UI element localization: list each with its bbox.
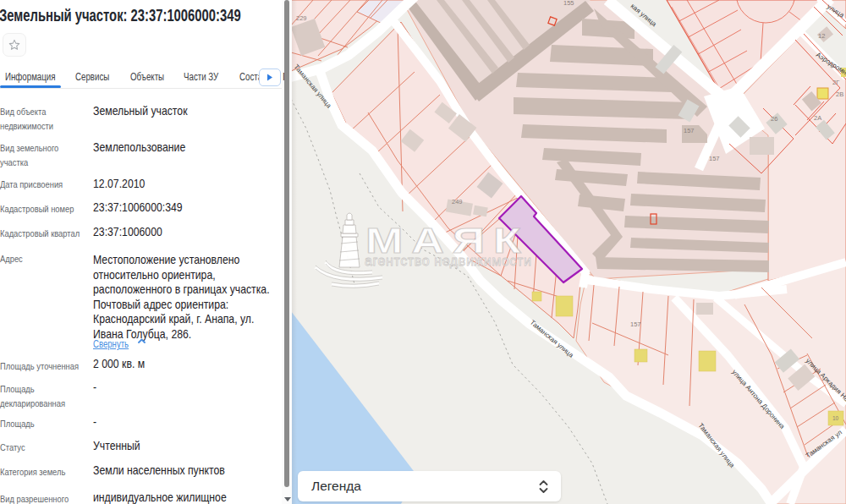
svg-text:26: 26 [771,115,777,123]
svg-text:2Г: 2Г [832,79,839,86]
svg-text:10: 10 [832,415,839,421]
svg-text:2В: 2В [836,90,843,98]
svg-text:157: 157 [709,155,720,162]
svg-text:249: 249 [452,198,463,205]
svg-text:157: 157 [630,320,641,328]
svg-text:157: 157 [684,127,695,134]
svg-text:155: 155 [563,0,574,7]
svg-text:12: 12 [818,32,825,40]
svg-text:229: 229 [296,14,307,22]
svg-text:2А: 2А [814,114,821,122]
